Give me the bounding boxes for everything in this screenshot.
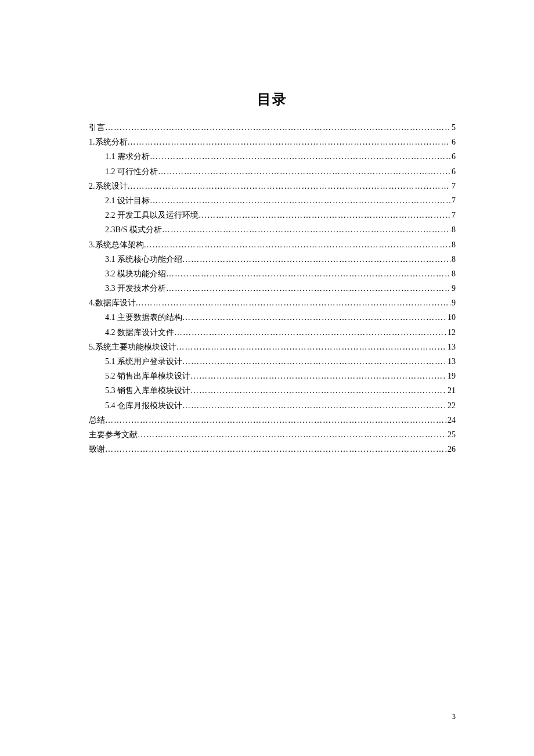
toc-entry-label: 2.1 设计目标 <box>105 193 150 208</box>
toc-leader-dots <box>162 222 450 237</box>
toc-entry-label: 5.2 销售出库单模块设计 <box>105 369 190 383</box>
toc-entry-label: 1.系统分析 <box>89 135 128 149</box>
toc-entry-label: 2.3B/S 模式分析 <box>105 222 162 237</box>
toc-entry-page: 9 <box>450 296 456 310</box>
toc-entry: 总结24 <box>89 413 456 427</box>
toc-entry-page: 12 <box>446 325 456 340</box>
toc-entry-page: 13 <box>446 354 456 369</box>
toc-entry: 5.2 销售出库单模块设计19 <box>89 369 456 383</box>
toc-entry-label: 2.系统设计 <box>89 179 128 193</box>
toc-entry-label: 3.1 系统核心功能介绍 <box>105 252 182 267</box>
toc-entry: 2.3B/S 模式分析8 <box>89 222 456 237</box>
toc-leader-dots <box>138 427 446 442</box>
toc-entry: 5.1 系统用户登录设计13 <box>89 354 456 369</box>
toc-title: 目录 <box>89 90 456 109</box>
toc-entry-label: 3.系统总体架构 <box>89 237 144 252</box>
toc-leader-dots <box>150 193 450 208</box>
toc-entry: 3.3 开发技术分析9 <box>89 281 456 296</box>
toc-entry-page: 5 <box>450 120 456 135</box>
toc-entry: 5.4 仓库月报模块设计22 <box>89 398 456 413</box>
toc-entry-label: 引言 <box>89 120 105 135</box>
toc-entry-page: 8 <box>450 237 456 252</box>
toc-entry: 5.3 销售入库单模块设计21 <box>89 383 456 398</box>
toc-entry-page: 21 <box>446 383 456 398</box>
toc-entry: 4.数据库设计9 <box>89 296 456 310</box>
toc-entry-label: 4.1 主要数据表的结构 <box>105 310 182 325</box>
toc-entry-page: 10 <box>446 310 456 325</box>
toc-leader-dots <box>182 354 446 369</box>
toc-leader-dots <box>166 281 450 296</box>
toc-entry-label: 3.3 开发技术分析 <box>105 281 166 296</box>
toc-entry-page: 7 <box>450 193 456 208</box>
toc-entry-page: 6 <box>450 164 456 179</box>
document-page: 目录 引言51.系统分析61.1 需求分析61.2 可行性分析62.系统设计72… <box>0 0 534 456</box>
toc-entry-page: 8 <box>450 267 456 281</box>
toc-entry-label: 5.1 系统用户登录设计 <box>105 354 182 369</box>
toc-entry-page: 8 <box>450 222 456 237</box>
toc-entry: 3.1 系统核心功能介绍8 <box>89 252 456 267</box>
toc-entry-page: 19 <box>446 369 456 383</box>
toc-entry: 2.2 开发工具以及运行环境7 <box>89 208 456 222</box>
toc-leader-dots <box>105 413 446 427</box>
toc-leader-dots <box>190 369 446 383</box>
toc-leader-dots <box>158 164 450 179</box>
toc-entry-label: 1.1 需求分析 <box>105 149 150 164</box>
page-number: 3 <box>452 712 456 721</box>
toc-entry: 致谢26 <box>89 442 456 456</box>
toc-entry-label: 5.3 销售入库单模块设计 <box>105 383 190 398</box>
toc-entry-label: 4.数据库设计 <box>89 296 136 310</box>
toc-leader-dots <box>136 296 451 310</box>
toc-entry: 主要参考文献25 <box>89 427 456 442</box>
toc-leader-dots <box>174 325 446 340</box>
toc-leader-dots <box>182 398 446 413</box>
toc-entry-label: 5.4 仓库月报模块设计 <box>105 398 182 413</box>
toc-leader-dots <box>166 267 450 281</box>
toc-entry-label: 4.2 数据库设计文件 <box>105 325 174 340</box>
toc-leader-dots <box>105 120 450 135</box>
toc-entry-label: 5.系统主要功能模块设计 <box>89 340 176 354</box>
toc-entry-page: 6 <box>450 149 456 164</box>
toc-entry-label: 主要参考文献 <box>89 427 138 442</box>
toc-leader-dots <box>150 149 450 164</box>
toc-leader-dots <box>199 208 450 222</box>
toc-leader-dots <box>182 310 446 325</box>
toc-leader-dots <box>128 179 451 193</box>
toc-entry: 2.1 设计目标7 <box>89 193 456 208</box>
toc-entry: 2.系统设计7 <box>89 179 456 193</box>
toc-entry-page: 7 <box>450 208 456 222</box>
toc-leader-dots <box>182 252 450 267</box>
toc-entry-label: 总结 <box>89 413 105 427</box>
table-of-contents: 引言51.系统分析61.1 需求分析61.2 可行性分析62.系统设计72.1 … <box>89 120 456 456</box>
toc-entry: 1.系统分析6 <box>89 135 456 149</box>
toc-leader-dots <box>105 442 446 456</box>
toc-entry-label: 致谢 <box>89 442 105 456</box>
toc-entry-page: 25 <box>446 427 456 442</box>
toc-entry-label: 1.2 可行性分析 <box>105 164 158 179</box>
toc-entry-label: 3.2 模块功能介绍 <box>105 267 166 281</box>
toc-leader-dots <box>176 340 447 354</box>
toc-entry: 1.2 可行性分析6 <box>89 164 456 179</box>
toc-entry-page: 8 <box>450 252 456 267</box>
toc-entry: 4.2 数据库设计文件12 <box>89 325 456 340</box>
toc-entry-label: 2.2 开发工具以及运行环境 <box>105 208 199 222</box>
toc-entry: 4.1 主要数据表的结构10 <box>89 310 456 325</box>
toc-entry-page: 22 <box>446 398 456 413</box>
toc-entry: 引言5 <box>89 120 456 135</box>
toc-entry: 3.系统总体架构8 <box>89 237 456 252</box>
toc-entry-page: 6 <box>450 135 456 149</box>
toc-leader-dots <box>128 135 451 149</box>
toc-entry-page: 26 <box>446 442 456 456</box>
toc-entry: 5.系统主要功能模块设计13 <box>89 340 456 354</box>
toc-leader-dots <box>190 383 446 398</box>
toc-entry-page: 7 <box>450 179 456 193</box>
toc-entry: 1.1 需求分析6 <box>89 149 456 164</box>
toc-entry-page: 13 <box>446 340 456 354</box>
toc-entry: 3.2 模块功能介绍8 <box>89 267 456 281</box>
toc-leader-dots <box>144 237 451 252</box>
toc-entry-page: 9 <box>450 281 456 296</box>
toc-entry-page: 24 <box>446 413 456 427</box>
